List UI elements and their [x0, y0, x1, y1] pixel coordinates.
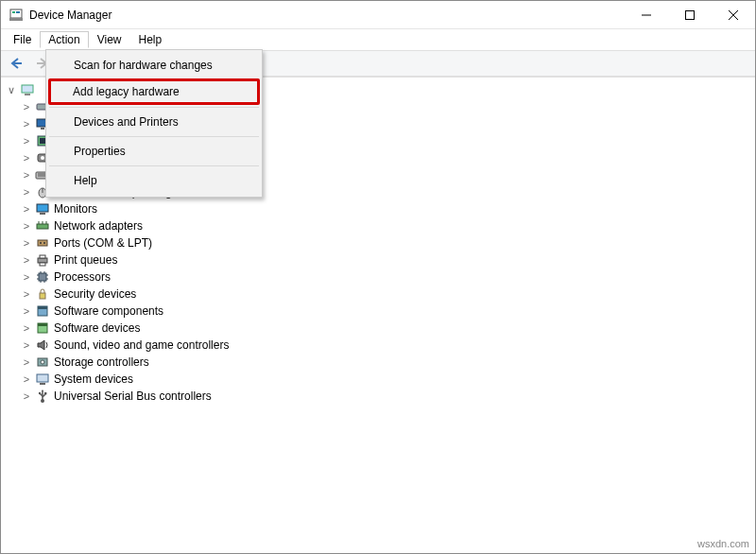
svg-rect-26	[40, 213, 45, 215]
ports-icon	[35, 235, 50, 251]
svg-rect-53	[37, 374, 48, 382]
svg-rect-0	[10, 9, 22, 18]
tree-item[interactable]: >Security devices	[5, 286, 753, 303]
monitor-icon	[35, 201, 50, 216]
app-icon	[9, 8, 24, 23]
expander-icon[interactable]: >	[20, 337, 33, 354]
expander-icon[interactable]: >	[20, 286, 33, 303]
expander-icon[interactable]: >	[20, 234, 33, 251]
menu-separator	[49, 165, 259, 166]
expander-icon[interactable]: >	[20, 98, 33, 115]
svg-rect-1	[12, 11, 15, 13]
tree-item[interactable]: >Monitors	[5, 200, 753, 217]
expander-icon[interactable]: >	[20, 371, 33, 388]
minimize-button[interactable]	[625, 1, 668, 28]
usb-icon	[35, 389, 50, 404]
svg-rect-3	[9, 18, 23, 21]
expander-icon[interactable]: ∨	[5, 81, 18, 98]
svg-point-52	[41, 360, 44, 364]
svg-rect-2	[16, 11, 20, 13]
menu-properties[interactable]: Properties	[49, 139, 259, 164]
watermark: wsxdn.com	[697, 538, 749, 549]
tree-item-label: Print queues	[54, 251, 117, 268]
cpu-icon	[35, 269, 50, 285]
svg-rect-5	[686, 10, 695, 19]
expander-icon[interactable]: >	[20, 149, 33, 166]
tree-item-label: Storage controllers	[54, 354, 149, 371]
svg-rect-37	[39, 273, 46, 281]
expander-icon[interactable]: >	[20, 132, 33, 149]
tree-item-label: Software devices	[54, 320, 140, 337]
svg-rect-60	[44, 392, 46, 394]
tree-item[interactable]: >Software components	[5, 303, 753, 320]
svg-rect-46	[40, 293, 45, 299]
svg-point-32	[40, 242, 42, 244]
tree-item[interactable]: >Storage controllers	[5, 354, 753, 371]
tree-item-label: Software components	[54, 303, 163, 320]
svg-rect-54	[40, 383, 45, 385]
tree-item[interactable]: >Software devices	[5, 320, 753, 337]
tree-item-label: Sound, video and game controllers	[54, 337, 229, 354]
tree-item[interactable]: >Network adapters	[5, 217, 753, 234]
tree-item-label: Network adapters	[54, 217, 143, 234]
expander-icon[interactable]: >	[20, 303, 33, 320]
titlebar: Device Manager	[1, 1, 755, 29]
expander-icon[interactable]: >	[20, 354, 33, 371]
printer-icon	[35, 252, 50, 268]
svg-rect-36	[40, 263, 45, 266]
menu-help[interactable]: Help	[130, 31, 171, 48]
svg-point-58	[39, 392, 41, 394]
close-button[interactable]	[712, 1, 755, 28]
svg-rect-25	[37, 204, 48, 212]
expander-icon[interactable]: >	[20, 251, 33, 268]
menu-file[interactable]: File	[5, 31, 40, 48]
tree-item[interactable]: >Sound, video and game controllers	[5, 337, 753, 354]
menu-add-legacy-hardware[interactable]: Add legacy hardware	[48, 78, 260, 105]
back-button[interactable]	[5, 52, 27, 75]
menubar: File Action View Help Scan for hardware …	[1, 29, 755, 50]
tree-item-label: Universal Serial Bus controllers	[54, 388, 212, 405]
svg-rect-10	[22, 85, 33, 93]
softdev-icon	[35, 320, 50, 336]
tree-item[interactable]: >Processors	[5, 268, 753, 286]
expander-icon[interactable]: >	[20, 183, 33, 200]
tree-item[interactable]: >Print queues	[5, 251, 753, 268]
expander-icon[interactable]: >	[20, 320, 33, 337]
svg-rect-31	[38, 240, 47, 246]
tree-item-label: System devices	[54, 371, 133, 388]
tree-item-label: Ports (COM & LPT)	[54, 234, 152, 251]
svg-rect-48	[38, 306, 47, 309]
menu-scan-hardware[interactable]: Scan for hardware changes	[49, 53, 259, 78]
menu-action[interactable]: Action	[40, 31, 88, 48]
system-icon	[35, 372, 50, 387]
expander-icon[interactable]: >	[20, 268, 33, 286]
storage-icon	[35, 355, 50, 370]
sound-icon	[35, 338, 50, 353]
svg-rect-35	[40, 255, 45, 258]
tree-item[interactable]: >System devices	[5, 371, 753, 388]
svg-rect-15	[41, 128, 44, 130]
security-icon	[35, 286, 50, 302]
expander-icon[interactable]: >	[20, 115, 33, 132]
menu-view[interactable]: View	[89, 31, 130, 48]
maximize-button[interactable]	[668, 1, 712, 28]
menu-devices-printers[interactable]: Devices and Printers	[49, 110, 259, 134]
menu-help-item[interactable]: Help	[49, 168, 259, 193]
svg-rect-11	[25, 94, 30, 95]
window: Device Manager File Action View Help Sca…	[0, 0, 756, 554]
window-controls	[625, 1, 755, 28]
expander-icon[interactable]: >	[20, 217, 33, 234]
expander-icon[interactable]: >	[20, 388, 33, 405]
tree-item[interactable]: >Ports (COM & LPT)	[5, 234, 753, 251]
window-title: Device Manager	[29, 9, 625, 22]
expander-icon[interactable]: >	[20, 166, 33, 183]
network-icon	[35, 218, 50, 234]
expander-icon[interactable]: >	[20, 200, 33, 217]
svg-point-33	[43, 242, 45, 244]
svg-rect-27	[37, 224, 48, 229]
tree-item[interactable]: >Universal Serial Bus controllers	[5, 388, 753, 405]
menu-separator	[49, 136, 259, 137]
menu-separator	[49, 107, 259, 108]
svg-rect-34	[38, 258, 47, 263]
tree-item-label: Security devices	[54, 286, 136, 303]
